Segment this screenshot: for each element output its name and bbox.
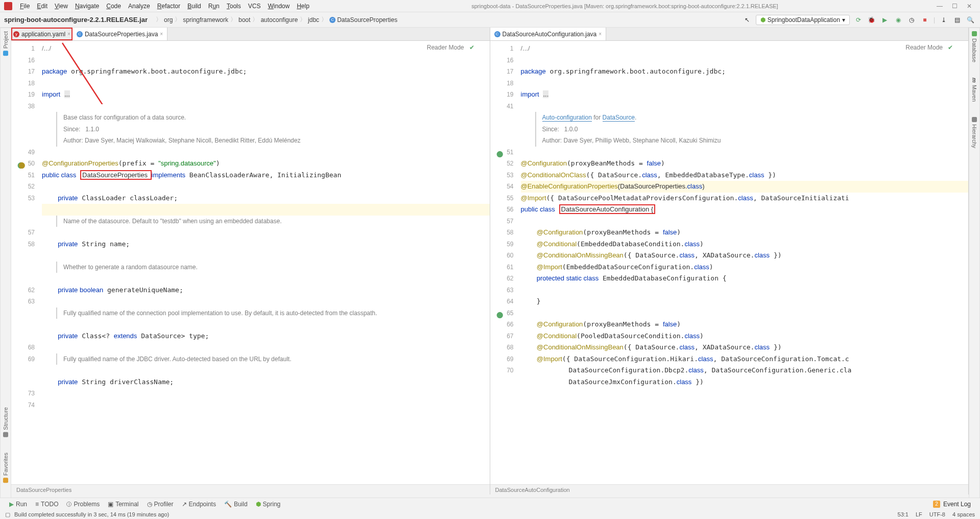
- tool-build[interactable]: 🔨Build: [224, 501, 248, 508]
- check-icon: ✔: [948, 44, 953, 51]
- menu-analyze[interactable]: Analyze: [125, 2, 154, 11]
- tool-run[interactable]: ▶Run: [9, 501, 27, 508]
- gutter-left: 1161718193849⬤⬤505152535758626368697374: [11, 41, 38, 484]
- editor-pane-left: yapplication.yaml× CDataSourceProperties…: [11, 28, 490, 494]
- menu-bar: File Edit View Navigate Code Analyze Ref…: [0, 0, 980, 12]
- line-separator[interactable]: LF: [916, 511, 922, 517]
- structure-breadcrumb-right[interactable]: DataSourceAutoConfiguration: [490, 484, 969, 494]
- menu-file[interactable]: File: [16, 2, 33, 11]
- menu-view[interactable]: View: [51, 2, 71, 11]
- window-controls: — ☐ ✕: [937, 3, 978, 10]
- maximize-icon[interactable]: ☐: [952, 3, 958, 10]
- stop-icon[interactable]: ■: [920, 15, 929, 25]
- crumb-org[interactable]: org: [164, 16, 173, 23]
- tool-spring[interactable]: ⬢Spring: [256, 501, 281, 508]
- tool-hierarchy[interactable]: Hierarchy: [971, 117, 977, 148]
- navigation-bar: spring-boot-autoconfigure-2.2.1.RELEASE.…: [0, 12, 980, 28]
- menu-run[interactable]: Run: [205, 2, 223, 11]
- crumb-boot[interactable]: boot: [238, 16, 250, 23]
- java-icon: C: [77, 31, 83, 37]
- java-icon: C: [494, 31, 500, 37]
- debug-icon[interactable]: 🐞: [867, 15, 876, 25]
- tool-maven[interactable]: mMaven: [971, 78, 977, 102]
- menu-code[interactable]: Code: [103, 2, 125, 11]
- tabs-left: yapplication.yaml× CDataSourceProperties…: [11, 28, 490, 41]
- right-tool-stripe: Database mMaven Hierarchy: [969, 28, 980, 504]
- menu-edit[interactable]: Edit: [33, 2, 51, 11]
- event-log[interactable]: Event Log: [943, 501, 971, 508]
- yaml-icon: y: [13, 31, 19, 37]
- crumb-autoconfigure[interactable]: autoconfigure: [260, 16, 298, 23]
- run-icon[interactable]: ⟳: [854, 15, 863, 25]
- minimize-icon[interactable]: —: [937, 3, 943, 10]
- reader-mode-label[interactable]: Reader Mode✔: [427, 44, 474, 51]
- code-right[interactable]: /.../ package org.springframework.boot.a…: [517, 41, 969, 484]
- menu-build[interactable]: Build: [184, 2, 205, 11]
- encoding[interactable]: UTF-8: [929, 511, 945, 517]
- tool-todo[interactable]: ≡TODO: [35, 501, 58, 508]
- window-title: springboot-data - DataSourceProperties.j…: [313, 3, 937, 9]
- tool-favorites[interactable]: Favorites: [3, 453, 9, 483]
- tool-database[interactable]: Database: [971, 31, 977, 62]
- menu-vcs[interactable]: VCS: [245, 2, 265, 11]
- status-bar: ▢ Build completed successfully in 3 sec,…: [0, 510, 980, 519]
- structure-icon[interactable]: ▤: [952, 15, 962, 25]
- editor-pane-right: CDataSourceAutoConfiguration.java× Reade…: [490, 28, 969, 494]
- reader-mode-label[interactable]: Reader Mode✔: [905, 44, 953, 51]
- coverage-icon[interactable]: ◉: [894, 15, 903, 25]
- menu-help[interactable]: Help: [293, 2, 313, 11]
- editor-right[interactable]: Reader Mode✔ 11617181941⬤515253545556575…: [490, 41, 969, 484]
- tool-profiler[interactable]: ◷Profiler: [147, 501, 174, 508]
- menu-window[interactable]: Window: [264, 2, 293, 11]
- run-config-selector[interactable]: ⬢SpringbootDataApplication▾: [756, 15, 850, 25]
- breadcrumb-root[interactable]: spring-boot-autoconfigure-2.2.1.RELEASE.…: [0, 16, 152, 23]
- search-icon[interactable]: 🔍: [966, 15, 975, 25]
- tool-terminal[interactable]: ▣Terminal: [108, 501, 138, 508]
- event-count-badge: 2: [933, 501, 940, 508]
- check-icon: ✔: [469, 44, 474, 51]
- run-button-icon[interactable]: ▶: [880, 15, 890, 25]
- tabs-right: CDataSourceAutoConfiguration.java×: [490, 28, 969, 41]
- gutter-right: 11617181941⬤5152535455565758596061626364…: [490, 41, 517, 484]
- tool-structure[interactable]: Structure: [3, 407, 9, 437]
- editor-split: yapplication.yaml× CDataSourceProperties…: [11, 28, 969, 494]
- hide-tool-windows-icon[interactable]: ▢: [5, 511, 10, 518]
- structure-breadcrumb-left[interactable]: DataSourceProperties: [11, 484, 490, 494]
- left-tool-stripe: Project Structure Favorites: [0, 28, 11, 504]
- tool-endpoints[interactable]: ↗Endpoints: [182, 501, 216, 508]
- breadcrumb: 〉org 〉springframework 〉boot 〉autoconfigu…: [152, 15, 399, 24]
- status-message: Build completed successfully in 3 sec, 1…: [14, 511, 169, 517]
- close-icon[interactable]: ✕: [967, 3, 972, 10]
- tab-datasourceautoconfiguration[interactable]: CDataSourceAutoConfiguration.java×: [490, 28, 607, 40]
- crumb-springframework[interactable]: springframework: [183, 16, 228, 23]
- tab-datasourceproperties[interactable]: CDataSourceProperties.java×: [73, 28, 168, 40]
- menu-refactor[interactable]: Refactor: [154, 2, 184, 11]
- tab-application-yaml[interactable]: yapplication.yaml×: [11, 28, 73, 40]
- editor-left[interactable]: Reader Mode✔ 1161718193849⬤⬤505152535758…: [11, 41, 490, 484]
- spring-leaf-icon: ⬢: [760, 16, 766, 23]
- tool-problems[interactable]: !Problems: [66, 501, 100, 508]
- caret-position[interactable]: 53:1: [898, 511, 909, 517]
- bottom-tool-bar: ▶Run ≡TODO !Problems ▣Terminal ◷Profiler…: [0, 498, 980, 510]
- menu-navigate[interactable]: Navigate: [71, 2, 103, 11]
- class-icon: C: [329, 17, 336, 23]
- update-icon[interactable]: ⤓: [939, 15, 948, 25]
- crumb-class[interactable]: DataSourceProperties: [337, 16, 397, 23]
- code-left[interactable]: /.../ package org.springframework.boot.a…: [38, 41, 490, 484]
- close-icon[interactable]: ×: [599, 31, 602, 37]
- close-icon[interactable]: ×: [160, 31, 163, 37]
- app-icon: [4, 2, 12, 10]
- crumb-jdbc[interactable]: jdbc: [308, 16, 319, 23]
- close-icon[interactable]: ×: [67, 31, 70, 37]
- profile-icon[interactable]: ◷: [907, 15, 916, 25]
- menu-tools[interactable]: Tools: [223, 2, 245, 11]
- indent[interactable]: 4 spaces: [952, 511, 975, 517]
- tool-project[interactable]: Project: [3, 31, 9, 56]
- back-icon[interactable]: ↖: [743, 15, 752, 25]
